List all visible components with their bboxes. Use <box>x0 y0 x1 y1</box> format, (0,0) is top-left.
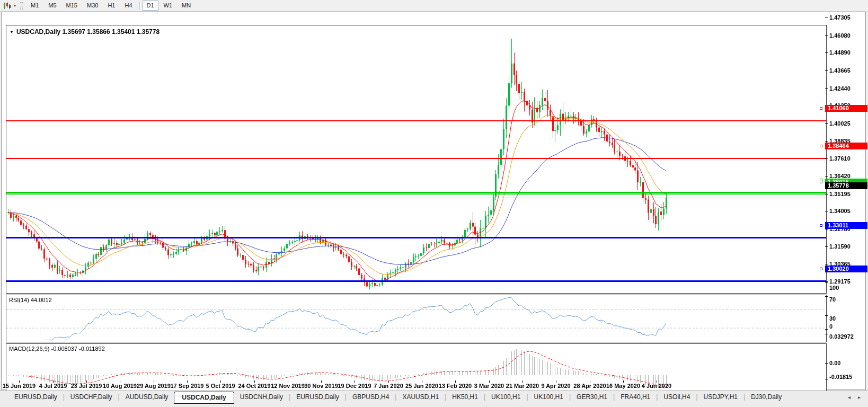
macd-tick-label: 0.032972 <box>829 333 854 340</box>
price-tick <box>825 176 828 176</box>
timeframe-button-H1[interactable]: H1 <box>103 1 119 11</box>
date-label: 7 Jan 2020 <box>374 383 403 389</box>
price-tick <box>825 17 828 18</box>
periods-icon[interactable] <box>2 2 12 10</box>
date-label: 25 Jan 2020 <box>405 383 438 389</box>
price-tick <box>825 36 828 36</box>
main-chart-canvas[interactable] <box>6 25 826 293</box>
chart-tab-UK100-H1[interactable]: UK100,H1 <box>528 391 569 402</box>
macd-tick <box>825 363 828 364</box>
rsi-canvas[interactable] <box>6 295 826 342</box>
timeframe-button-M5[interactable]: M5 <box>44 1 60 11</box>
time-axis[interactable]: 15 Jun 20194 Jul 201923 Jul 201910 Aug 2… <box>0 381 825 390</box>
chart-menu-icon[interactable]: ▼ <box>10 30 14 34</box>
toolbar-grip[interactable] <box>20 2 23 10</box>
tabs-scroll-left-icon[interactable]: ◂ <box>848 394 851 400</box>
periods-dropdown-icon[interactable]: ▾ <box>12 3 18 8</box>
price-tick <box>825 246 828 247</box>
price-tick-label: 1.46080 <box>829 32 851 39</box>
timeframe-button-M15[interactable]: M15 <box>62 1 82 11</box>
rsi-tick-label: 100 <box>829 285 839 291</box>
timeframe-button-D1[interactable]: D1 <box>143 1 158 11</box>
chart-tab-EURUSD-Daily[interactable]: EURUSD,Daily <box>8 391 63 402</box>
chart-tab-USDCHF-Daily[interactable]: USDCHF,Daily <box>65 391 118 402</box>
price-tick-label: 1.29175 <box>829 278 851 285</box>
chart-window: ▼ USDCAD,Daily 1.35697 1.35866 1.35401 1… <box>1 12 866 390</box>
price-tick-label: 1.43665 <box>829 67 851 74</box>
chart-tabs-bar: EURUSD,Daily|USDCHF,Daily|AUDUSD,DailyUS… <box>0 391 868 407</box>
date-label: 9 Apr 2020 <box>541 383 570 389</box>
chart-tab-GBPUSD-H4[interactable]: GBPUSD,H4 <box>347 391 395 402</box>
macd-tick-label: -0.01815 <box>829 374 852 380</box>
price-tick <box>825 141 828 141</box>
price-tick-label: 1.42440 <box>829 85 851 92</box>
chart-tab-EURUSD-Daily[interactable]: EURUSD,Daily <box>290 391 345 402</box>
rsi-tick <box>825 329 828 330</box>
tabs-scroll: ◂ ▸ <box>848 391 861 400</box>
date-label: 16 May 2020 <box>606 383 640 389</box>
rsi-tick-label: 30 <box>829 315 836 322</box>
price-line-tag: 1.30020 <box>825 266 867 272</box>
price-tick-label: 1.44890 <box>829 49 851 56</box>
mt4-window: ▾ M1M5M15M30H1H4D1W1MN ▼ USDCAD,Daily 1.… <box>0 0 868 407</box>
toolbar-separator <box>139 2 140 10</box>
price-tick <box>825 89 828 89</box>
price-axis[interactable]: 1.473051.460801.448901.436651.424401.412… <box>825 0 868 382</box>
chart-tabs: EURUSD,Daily|USDCHF,Daily|AUDUSD,DailyUS… <box>0 391 787 405</box>
chart-tab-USDJPY-H1[interactable]: USDJPY,H1 <box>698 391 743 402</box>
chart-tab-XAUUSD-H1[interactable]: XAUUSD,H1 <box>396 391 445 402</box>
hline-anchor-square[interactable] <box>820 181 822 183</box>
timeframe-button-M1[interactable]: M1 <box>26 1 43 11</box>
date-label: 24 Oct 2019 <box>238 383 270 389</box>
timeframe-button-M30[interactable]: M30 <box>83 1 102 11</box>
price-tick-label: 1.35195 <box>829 191 851 197</box>
price-tick <box>825 158 828 159</box>
date-label: 21 Mar 2020 <box>506 383 539 389</box>
current-price-tag: 1.35778 <box>825 182 867 189</box>
chart-tab-DJ30-Daily[interactable]: DJ30,Daily <box>745 391 787 402</box>
chart-title: ▼ USDCAD,Daily 1.35697 1.35866 1.35401 1… <box>10 28 160 36</box>
chart-tab-USDCNH-Daily[interactable]: USDCNH,Daily <box>234 391 289 402</box>
rsi-tick <box>825 296 828 297</box>
date-label: 19 Dec 2019 <box>338 383 371 389</box>
price-line-tag: 1.41060 <box>825 105 867 112</box>
timeframe-button-MN[interactable]: MN <box>178 1 195 11</box>
chart-tab-UK100-H1[interactable]: UK100,H1 <box>485 391 526 402</box>
timeframe-buttons: M1M5M15M30H1H4D1W1MN <box>26 1 196 11</box>
price-tick <box>825 194 828 194</box>
price-tick <box>825 123 828 124</box>
macd-tick <box>825 379 828 379</box>
tabs-scroll-right-icon[interactable]: ▸ <box>858 394 861 400</box>
chart-tab-HK50-H1[interactable]: HK50,H1 <box>446 391 484 402</box>
timeframe-button-H4[interactable]: H4 <box>120 1 136 11</box>
hline-anchor-square[interactable] <box>820 145 822 147</box>
date-label: 10 Aug 2019 <box>103 383 137 389</box>
price-tick-label: 1.37610 <box>829 155 851 162</box>
price-tick <box>825 70 828 71</box>
chart-tab-USOil-H4[interactable]: USOil,H4 <box>658 391 696 402</box>
rsi-tick <box>825 315 828 316</box>
chart-tab-GER30-H1[interactable]: GER30,H1 <box>571 391 613 402</box>
timeframe-button-W1[interactable]: W1 <box>160 1 177 11</box>
price-tick <box>825 264 828 264</box>
rsi-panel: RSI(14) 44.0012 <box>6 295 827 342</box>
macd-label: MACD(12,26,9) -0.008037 -0.011892 <box>9 346 105 352</box>
hline-anchor-square[interactable] <box>820 107 822 110</box>
macd-tick <box>825 334 828 334</box>
chart-tab-FRA40-H1[interactable]: FRA40,H1 <box>615 391 656 402</box>
date-label: 23 Jul 2019 <box>71 383 102 389</box>
hline-anchor-square[interactable] <box>820 268 822 270</box>
date-label: 12 Nov 2019 <box>271 383 305 389</box>
rsi-label: RSI(14) 44.0012 <box>9 297 52 303</box>
hline-anchor-square[interactable] <box>820 224 822 227</box>
chart-tab-USDCAD-Daily[interactable]: USDCAD,Daily <box>174 392 234 404</box>
chart-tab-AUDUSD-Daily[interactable]: AUDUSD,Daily <box>120 391 174 402</box>
price-tick-label: 1.31590 <box>829 243 851 250</box>
price-tick-label: 1.47305 <box>829 14 851 21</box>
date-label: 15 Jun 2019 <box>3 383 36 389</box>
date-label: 29 Aug 2019 <box>137 383 171 389</box>
date-label: 13 Feb 2020 <box>439 383 472 389</box>
rsi-tick <box>825 282 828 283</box>
chart-title-text: USDCAD,Daily 1.35697 1.35866 1.35401 1.3… <box>16 28 160 36</box>
price-tick <box>825 229 828 229</box>
